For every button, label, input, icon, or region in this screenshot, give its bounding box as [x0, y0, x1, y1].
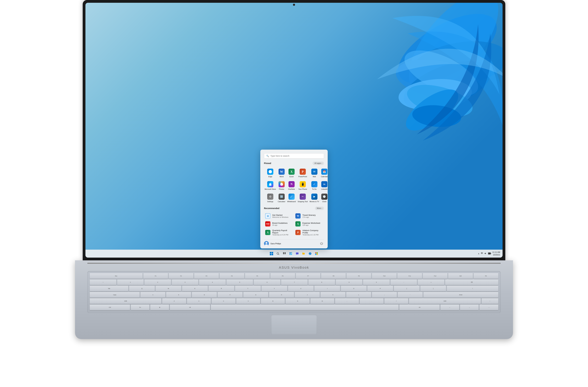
taskbar-widgets-button[interactable]	[288, 251, 294, 256]
key-6[interactable]: 6	[254, 280, 280, 285]
key-space[interactable]	[211, 305, 399, 310]
key-tab[interactable]: Tab	[90, 286, 128, 291]
key-up[interactable]: ↑	[482, 298, 498, 304]
taskbar-explorer-button[interactable]	[301, 251, 306, 256]
taskbar-edge-button[interactable]	[308, 251, 313, 256]
key-comma[interactable]: ,	[335, 298, 359, 304]
key-a[interactable]: A	[140, 292, 165, 298]
app-calendar[interactable]: 📅 Calendar	[320, 167, 328, 179]
key-0[interactable]: 0	[363, 280, 390, 285]
key-3[interactable]: 3	[172, 280, 198, 285]
key-lbracket[interactable]: [	[394, 286, 420, 291]
app-photos[interactable]: 🌸 Photos	[277, 180, 286, 192]
app-whiteboard[interactable]: 🖊 Whiteboard	[287, 192, 296, 204]
key-quote[interactable]: '	[398, 292, 423, 298]
app-linkedin[interactable]: in LinkedIn	[320, 180, 328, 192]
key-ctrl-l[interactable]: Ctrl	[90, 305, 130, 310]
key-f10[interactable]: F10	[372, 273, 397, 279]
search-bar[interactable]: 🔍	[264, 153, 324, 158]
key-j[interactable]: J	[295, 292, 320, 298]
app-todo[interactable]: ✓ To Do	[309, 180, 320, 192]
key-m[interactable]: M	[310, 298, 334, 304]
key-f6[interactable]: F6	[271, 273, 295, 279]
key-alt-l[interactable]: Alt	[170, 305, 210, 310]
key-g[interactable]: G	[243, 292, 268, 298]
key-period[interactable]: .	[360, 298, 384, 304]
rec-item-expense[interactable]: X Expense Worksheet 12h ago	[294, 220, 324, 228]
key-caps[interactable]: Caps	[90, 292, 140, 298]
key-z[interactable]: Z	[162, 298, 186, 304]
rec-item-brand[interactable]: PDF Brand Guidelines 2h ago	[264, 220, 294, 228]
key-x[interactable]: X	[187, 298, 211, 304]
key-c[interactable]: C	[212, 298, 235, 304]
app-settings[interactable]: ⚙ Settings	[264, 192, 276, 204]
app-yourphone[interactable]: 📱 Your Phone	[297, 180, 308, 192]
taskbar-search-button[interactable]	[275, 251, 280, 256]
key-rshift[interactable]: Shift	[409, 298, 481, 304]
key-f3[interactable]: F3	[194, 273, 219, 279]
app-onenote[interactable]: N OneNote	[287, 180, 296, 192]
key-9[interactable]: 9	[336, 280, 362, 285]
key-p[interactable]: P	[367, 286, 393, 291]
key-f8[interactable]: F8	[321, 273, 346, 279]
key-f11[interactable]: F11	[397, 273, 422, 279]
key-f4[interactable]: F4	[220, 273, 244, 279]
key-left[interactable]: ←	[441, 305, 459, 310]
rec-item-adatum[interactable]: P Adatum Company Profile Yesterday at 1:…	[294, 228, 324, 237]
battery-icon[interactable]	[488, 252, 491, 255]
power-button[interactable]	[319, 241, 324, 246]
app-excel[interactable]: X Excel	[287, 167, 296, 179]
key-7[interactable]: 7	[281, 280, 308, 285]
touchpad[interactable]	[271, 315, 317, 334]
key-t[interactable]: T	[235, 286, 261, 291]
key-n[interactable]: N	[286, 298, 310, 304]
search-input[interactable]	[271, 155, 322, 157]
key-s[interactable]: S	[166, 292, 191, 298]
key-del[interactable]: Del	[448, 273, 473, 279]
key-1[interactable]: 1	[117, 280, 144, 285]
key-alt-r[interactable]: Alt	[399, 305, 440, 310]
key-f5[interactable]: F5	[245, 273, 270, 279]
rec-item-getstarted[interactable]: ⊕ Get Started Welcome to Windows	[264, 212, 294, 220]
app-mail[interactable]: ✉ Mail	[309, 167, 320, 179]
key-o[interactable]: O	[341, 286, 367, 291]
key-q[interactable]: Q	[129, 286, 155, 291]
app-edge[interactable]: Edge	[264, 167, 276, 179]
wifi-icon[interactable]	[481, 252, 483, 255]
key-h[interactable]: H	[269, 292, 294, 298]
key-i[interactable]: I	[314, 286, 340, 291]
key-r[interactable]: R	[209, 286, 234, 291]
key-f1[interactable]: F1	[143, 273, 168, 279]
key-v[interactable]: V	[236, 298, 260, 304]
key-f2[interactable]: F2	[169, 273, 193, 279]
key-prtsc[interactable]: Prt	[474, 273, 498, 279]
app-movies[interactable]: ▶ Movies & TV	[309, 192, 320, 204]
app-store[interactable]: Microsoft Store	[264, 180, 276, 192]
taskbar-datetime[interactable]: 11:11 AM 10/20/21	[492, 251, 500, 256]
app-snipping[interactable]: ✂ Snipping Tool	[297, 192, 308, 204]
key-fn[interactable]: Fn	[131, 305, 150, 310]
taskbar-windows-button[interactable]	[269, 251, 274, 256]
key-5[interactable]: 5	[227, 280, 253, 285]
rec-item-payroll[interactable]: X Quarterly Payroll Report Yesterday at …	[264, 228, 294, 237]
key-d[interactable]: D	[192, 292, 217, 298]
user-info[interactable]: Sara Philips	[264, 241, 281, 246]
key-semicolon[interactable]: ;	[372, 292, 397, 298]
app-clock[interactable]: 🕐 Clock	[320, 192, 328, 204]
app-calculator[interactable]: 🔢 Calculator	[277, 192, 286, 204]
app-powerpoint[interactable]: P PowerPoint	[297, 167, 308, 179]
key-l[interactable]: L	[346, 292, 371, 298]
key-f9[interactable]: F9	[347, 273, 371, 279]
key-lshift[interactable]: Shift	[90, 298, 162, 304]
key-minus[interactable]: -	[390, 280, 417, 285]
key-f[interactable]: F	[218, 292, 243, 298]
taskbar-store-button[interactable]	[314, 251, 319, 256]
app-word[interactable]: W Word	[277, 167, 286, 179]
key-backspace[interactable]: ⌫	[445, 280, 498, 285]
key-u[interactable]: U	[288, 286, 314, 291]
key-f7[interactable]: F7	[296, 273, 320, 279]
key-2[interactable]: 2	[144, 280, 171, 285]
taskbar-taskview-button[interactable]	[282, 251, 287, 256]
key-k[interactable]: K	[320, 292, 345, 298]
key-f12[interactable]: F12	[423, 273, 447, 279]
